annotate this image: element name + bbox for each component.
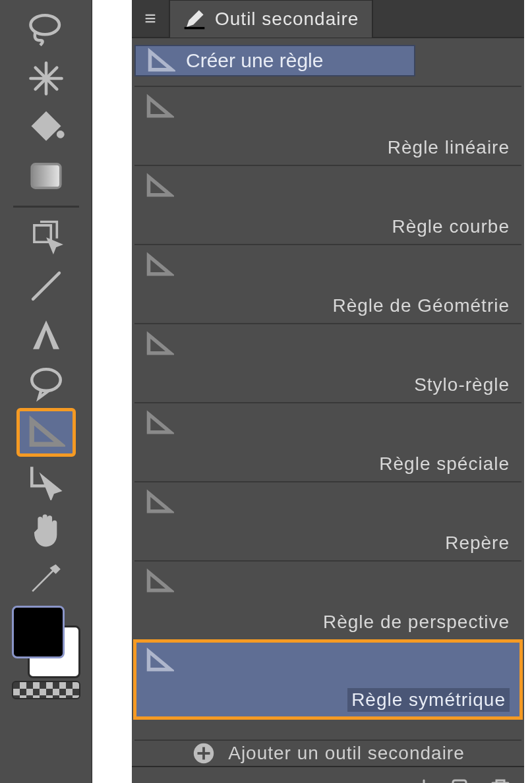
duplicate-button[interactable] [445, 772, 479, 783]
svg-point-0 [30, 15, 59, 34]
ruler-icon [145, 567, 174, 596]
subtool-list: Règle linéaire Règle courbe Règle de Géo… [132, 86, 524, 720]
svg-line-7 [33, 273, 59, 299]
subtool-label: Règle symétrique [347, 688, 510, 712]
category-label: Créer une règle [186, 49, 323, 72]
ruler-icon [145, 92, 174, 121]
spacer [92, 0, 132, 783]
ruler-tool[interactable] [16, 408, 76, 457]
subtool-label: Règle linéaire [388, 137, 510, 158]
svg-point-8 [32, 369, 61, 391]
gradient-tool[interactable] [16, 152, 76, 200]
panel-footer [132, 766, 524, 783]
plus-icon [191, 741, 216, 766]
subtool-item-lineaire[interactable]: Règle linéaire [134, 86, 521, 165]
svg-point-5 [57, 130, 64, 138]
svg-rect-9 [185, 27, 205, 29]
ruler-icon [145, 171, 174, 200]
subtool-label: Règle de Géométrie [332, 295, 510, 316]
subtool-item-symetrique[interactable]: Règle symétrique [134, 639, 521, 720]
ruler-icon [146, 46, 175, 75]
subtool-label: Règle spéciale [379, 453, 510, 475]
toolbar-divider [13, 206, 79, 208]
subtool-category[interactable]: Créer une règle [134, 45, 415, 76]
balloon-tool[interactable] [16, 359, 76, 408]
panel-tab[interactable]: Outil secondaire [169, 0, 373, 38]
ruler-icon [145, 488, 174, 517]
ruler-icon [145, 646, 174, 675]
subtool-item-speciale[interactable]: Règle spéciale [134, 402, 521, 481]
subtool-item-repere[interactable]: Repère [134, 481, 521, 560]
panel-title: Outil secondaire [215, 9, 359, 30]
svg-rect-13 [453, 780, 466, 783]
subtool-item-geometrie[interactable]: Règle de Géométrie [134, 244, 521, 323]
ruler-icon [145, 409, 174, 438]
pen-icon [183, 8, 206, 30]
line-tool[interactable] [16, 262, 76, 310]
text-tool[interactable] [16, 310, 76, 359]
panel-menu-button[interactable]: ≡ [132, 0, 169, 37]
subtool-label: Règle courbe [392, 216, 510, 237]
main-toolbar [0, 0, 92, 783]
import-button[interactable] [407, 772, 441, 783]
correct-line-tool[interactable] [16, 457, 76, 506]
svg-rect-12 [198, 752, 210, 755]
subtool-label: Repère [445, 533, 510, 554]
lasso-tool[interactable] [16, 5, 76, 54]
transparent-swatch[interactable] [12, 681, 80, 699]
color-swatches[interactable] [10, 606, 82, 678]
subtool-panel: ≡ Outil secondaire Créer une règle Règle… [132, 0, 524, 783]
subtool-label: Stylo-règle [414, 374, 510, 395]
subtool-label: Règle de perspective [323, 612, 510, 633]
subtool-item-courbe[interactable]: Règle courbe [134, 165, 521, 244]
wand-tool[interactable] [16, 54, 76, 103]
svg-rect-6 [32, 164, 61, 188]
bucket-tool[interactable] [16, 103, 76, 152]
delete-button[interactable] [483, 772, 517, 783]
subtool-item-stylo[interactable]: Stylo-règle [134, 323, 521, 402]
add-subtool-button[interactable]: Ajouter un outil secondaire [134, 740, 521, 766]
foreground-color-swatch[interactable] [12, 606, 65, 658]
ruler-icon [145, 250, 174, 279]
object-select-tool[interactable] [16, 213, 76, 262]
subtool-item-perspective[interactable]: Règle de perspective [134, 560, 521, 639]
add-subtool-label: Ajouter un outil secondaire [228, 743, 465, 764]
ruler-icon [145, 330, 174, 359]
eyedropper-tool[interactable] [16, 554, 76, 603]
panel-header: ≡ Outil secondaire [132, 0, 524, 38]
hand-tool[interactable] [16, 506, 76, 554]
